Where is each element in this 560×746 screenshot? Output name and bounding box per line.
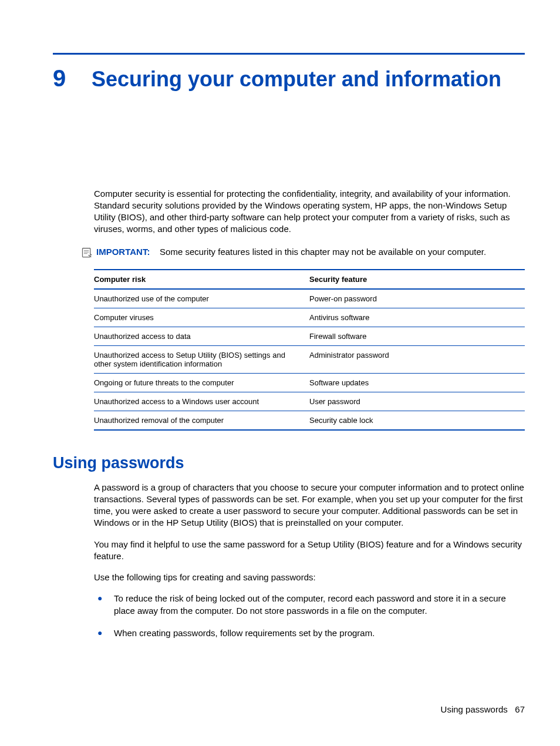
- footer-section: Using passwords: [441, 704, 508, 714]
- list-item: ● When creating passwords, follow requir…: [94, 627, 525, 639]
- table-cell: Software updates: [309, 373, 525, 392]
- table-row: Unauthorized removal of the computer Sec…: [94, 411, 525, 430]
- tip-text: To reduce the risk of being locked out o…: [114, 593, 525, 617]
- bullet-icon: ●: [97, 627, 103, 639]
- chapter-header: 9 Securing your computer and information: [53, 65, 525, 94]
- table-row: Unauthorized access to data Firewall sof…: [94, 327, 525, 345]
- table-header-row: Computer risk Security feature: [94, 270, 525, 289]
- table-cell: Unauthorized removal of the computer: [94, 411, 309, 430]
- footer-page-number: 67: [515, 704, 525, 714]
- table-cell: Security cable lock: [309, 411, 525, 430]
- intro-paragraph: Computer security is essential for prote…: [94, 188, 525, 236]
- important-note: IMPORTANT: Some security features listed…: [81, 246, 525, 258]
- note-icon: [81, 247, 93, 258]
- table-row: Computer viruses Antivirus software: [94, 308, 525, 327]
- important-body: Some security features listed in this ch…: [160, 247, 486, 257]
- section-para-2: You may find it helpful to use the same …: [94, 539, 525, 563]
- section-heading: Using passwords: [53, 454, 525, 472]
- table-cell: Unauthorized use of the computer: [94, 289, 309, 308]
- tip-text: When creating passwords, follow requirem…: [114, 627, 375, 639]
- table-row: Unauthorized access to Setup Utility (BI…: [94, 345, 525, 373]
- document-page: 9 Securing your computer and information…: [0, 0, 560, 639]
- table-cell: Power-on password: [309, 289, 525, 308]
- table-row: Unauthorized access to a Windows user ac…: [94, 392, 525, 411]
- table-cell: Unauthorized access to Setup Utility (BI…: [94, 345, 309, 373]
- important-label: IMPORTANT:: [96, 247, 150, 257]
- chapter-number: 9: [53, 65, 73, 91]
- table-cell: Unauthorized access to a Windows user ac…: [94, 392, 309, 411]
- table-cell: Firewall software: [309, 327, 525, 345]
- chapter-rule: [53, 53, 525, 55]
- section-para-1: A password is a group of characters that…: [94, 482, 525, 529]
- body-content: Computer security is essential for prote…: [94, 188, 525, 640]
- important-text: IMPORTANT: Some security features listed…: [96, 246, 486, 258]
- table-cell: Unauthorized access to data: [94, 327, 309, 345]
- list-item: ● To reduce the risk of being locked out…: [94, 593, 525, 617]
- table-cell: Antivirus software: [309, 308, 525, 327]
- table-cell: User password: [309, 392, 525, 411]
- table-cell: Ongoing or future threats to the compute…: [94, 373, 309, 392]
- table-header-feature: Security feature: [309, 270, 525, 289]
- risk-table: Computer risk Security feature Unauthori…: [94, 269, 525, 431]
- tips-list: ● To reduce the risk of being locked out…: [94, 593, 525, 639]
- bullet-icon: ●: [97, 593, 103, 617]
- section-para-3: Use the following tips for creating and …: [94, 572, 525, 583]
- table-header-risk: Computer risk: [94, 270, 309, 289]
- table-row: Unauthorized use of the computer Power-o…: [94, 289, 525, 308]
- chapter-title: Securing your computer and information: [92, 65, 501, 94]
- table-cell: Administrator password: [309, 345, 525, 373]
- table-row: Ongoing or future threats to the compute…: [94, 373, 525, 392]
- page-footer: Using passwords 67: [441, 704, 525, 714]
- table-cell: Computer viruses: [94, 308, 309, 327]
